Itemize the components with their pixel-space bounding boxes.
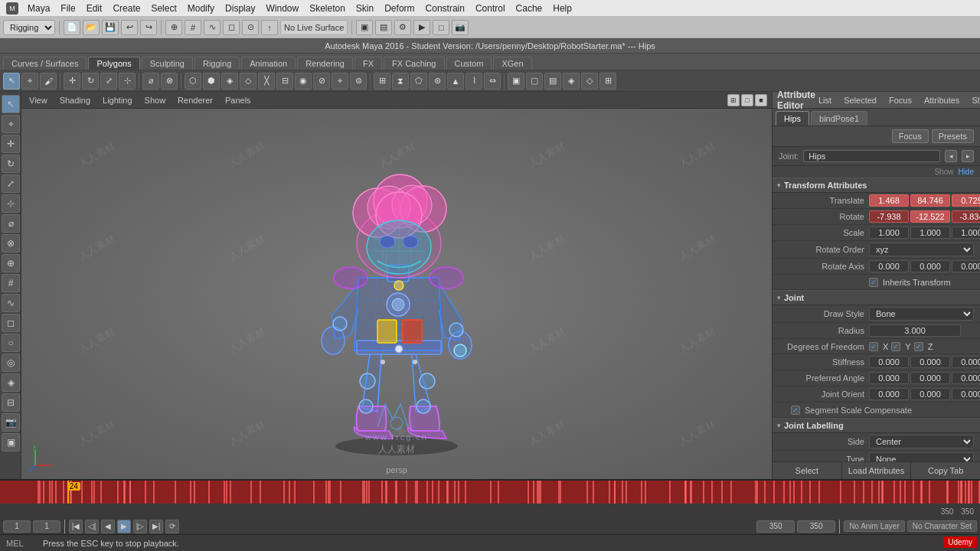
- menu-skeleton[interactable]: Skeleton: [305, 2, 350, 15]
- render-settings[interactable]: ⚙: [394, 20, 411, 35]
- rotate-tool[interactable]: ↻: [82, 73, 99, 90]
- seg-scale-checkbox[interactable]: [791, 406, 800, 415]
- dof-z-check[interactable]: [914, 342, 923, 351]
- menu-constrain[interactable]: Constrain: [421, 2, 469, 15]
- left-select-tool[interactable]: ↖: [2, 95, 20, 113]
- menu-control[interactable]: Control: [471, 2, 510, 15]
- select-poly[interactable]: ▣: [508, 73, 524, 90]
- left-snap[interactable]: #: [2, 274, 20, 292]
- rotate-axis-y[interactable]: 0.000: [910, 260, 950, 272]
- viewport-canvas[interactable]: 人人素材 人人素材 人人素材 人人素材 人人素材 人人素材 人人素材 人人素材 …: [21, 109, 772, 479]
- range-start-input[interactable]: [3, 520, 31, 533]
- move-tool[interactable]: ✛: [64, 73, 80, 90]
- mode-select[interactable]: Rigging: [3, 20, 55, 35]
- menu-file[interactable]: File: [56, 2, 80, 15]
- rotate-axis-x[interactable]: 0.000: [869, 260, 909, 272]
- poly-extrude[interactable]: ⬡: [185, 73, 201, 90]
- vp-icon1[interactable]: ⊞: [727, 94, 740, 106]
- left-universal[interactable]: ⊹: [2, 194, 20, 213]
- left-lasso[interactable]: ⌖: [2, 115, 20, 133]
- joint-nav-next[interactable]: ▸: [962, 150, 974, 162]
- shrink-select[interactable]: ◇: [581, 73, 598, 90]
- transform-section-header[interactable]: ▾ Transform Attributes: [773, 178, 980, 193]
- tab-polygons[interactable]: Polygons: [88, 57, 139, 70]
- fill-hole[interactable]: ⊛: [429, 73, 446, 90]
- rotate-z[interactable]: -3.834: [952, 210, 980, 223]
- attr-tab-hips[interactable]: Hips: [776, 111, 809, 126]
- left-camera[interactable]: 📷: [2, 413, 20, 432]
- left-sculpt[interactable]: ⊗: [2, 234, 20, 253]
- menu-deform[interactable]: Deform: [380, 2, 419, 15]
- poly-target-weld[interactable]: ⌖: [332, 73, 348, 90]
- select-tool[interactable]: ↖: [3, 73, 20, 90]
- rotate-order-select[interactable]: xyzyzxzxy: [869, 243, 974, 256]
- inherits-checkbox[interactable]: [869, 278, 878, 287]
- stiffness-z[interactable]: 0.000: [952, 356, 980, 368]
- joint-section-header[interactable]: ▾ Joint: [773, 290, 980, 305]
- render-btn[interactable]: ▣: [356, 20, 373, 35]
- play-fwd-btn[interactable]: ▶: [117, 520, 131, 533]
- undo-btn[interactable]: ↩: [121, 20, 138, 35]
- menu-help[interactable]: Help: [548, 2, 577, 15]
- radius-value-field[interactable]: 3.000: [869, 324, 961, 337]
- left-joint[interactable]: ○: [2, 334, 20, 352]
- ae-tab-attributes[interactable]: Attributes: [921, 94, 962, 106]
- translate-y[interactable]: 84.746: [910, 194, 950, 207]
- vp-icon3[interactable]: ■: [755, 94, 767, 106]
- char-set-badge[interactable]: No Character Set: [907, 520, 977, 532]
- pref-angle-z[interactable]: 0.000: [952, 372, 980, 384]
- save-btn[interactable]: 💾: [102, 20, 119, 35]
- left-ik[interactable]: ◎: [2, 354, 20, 372]
- snap-curve[interactable]: ∿: [204, 20, 220, 35]
- hide-link[interactable]: Hide: [958, 168, 974, 176]
- menu-cache[interactable]: Cache: [511, 2, 547, 15]
- snap-center[interactable]: ⊙: [242, 20, 259, 35]
- playblast-btn[interactable]: ▶: [413, 20, 430, 35]
- poly-offset[interactable]: ⊟: [276, 73, 293, 90]
- range-end-display[interactable]: [756, 520, 795, 533]
- vp-icon2[interactable]: □: [741, 94, 753, 106]
- poly-delete[interactable]: ⊘: [313, 73, 330, 90]
- vp-show[interactable]: Show: [142, 94, 169, 106]
- ae-tab-show[interactable]: Show: [969, 94, 980, 106]
- snap-point[interactable]: ⊕: [165, 20, 182, 35]
- attr-tab-bindpose[interactable]: bindPose1: [811, 111, 867, 126]
- go-end-btn[interactable]: ▶|: [149, 520, 163, 533]
- vp-panels[interactable]: Panels: [222, 94, 254, 106]
- select-edge-ring[interactable]: ▤: [544, 73, 561, 90]
- snap-grid[interactable]: #: [185, 20, 201, 35]
- go-start-btn[interactable]: |◀: [69, 520, 83, 533]
- vp-shading[interactable]: Shading: [57, 94, 93, 106]
- tab-custom[interactable]: Custom: [446, 57, 492, 70]
- left-scale[interactable]: ⤢: [2, 174, 20, 193]
- rotate-y[interactable]: -12.522: [910, 210, 950, 223]
- tab-fx-caching[interactable]: FX Caching: [384, 57, 444, 70]
- sculpt-tool[interactable]: ⊗: [161, 73, 178, 90]
- select-edge-loop[interactable]: ▢: [526, 73, 543, 90]
- scale-x[interactable]: 1.000: [869, 227, 909, 239]
- left-skin[interactable]: ◈: [2, 373, 20, 392]
- menu-skin[interactable]: Skin: [351, 2, 378, 15]
- dof-y-check[interactable]: [891, 342, 900, 351]
- pref-angle-y[interactable]: 0.000: [910, 372, 950, 384]
- poly-split[interactable]: ╳: [258, 73, 275, 90]
- focus-button[interactable]: Focus: [892, 129, 929, 143]
- translate-z[interactable]: 0.725: [952, 194, 980, 207]
- poly-create[interactable]: ◇: [240, 73, 256, 90]
- menu-edit[interactable]: Edit: [82, 2, 107, 15]
- stiffness-x[interactable]: 0.000: [869, 356, 909, 368]
- type-select[interactable]: NoneRootHipKnee: [869, 452, 974, 461]
- mel-label[interactable]: MEL: [6, 539, 37, 548]
- left-move[interactable]: ✛: [2, 135, 20, 153]
- menu-create[interactable]: Create: [108, 2, 145, 15]
- load-attr-btn[interactable]: Load Attributes: [842, 462, 912, 479]
- viewport[interactable]: View Shading Lighting Show Renderer Pane…: [21, 92, 772, 479]
- attr-scroll-area[interactable]: ▾ Transform Attributes Translate 1.468 8…: [773, 178, 980, 461]
- snap-surface[interactable]: ◻: [223, 20, 240, 35]
- menu-window[interactable]: Window: [261, 2, 303, 15]
- ae-tab-list[interactable]: List: [815, 94, 835, 106]
- vp-renderer[interactable]: Renderer: [175, 94, 216, 106]
- rotate-axis-z[interactable]: 0.000: [952, 260, 980, 272]
- bevel-tool[interactable]: ⬠: [410, 73, 427, 90]
- joint-orient-z[interactable]: 0.000: [952, 388, 980, 400]
